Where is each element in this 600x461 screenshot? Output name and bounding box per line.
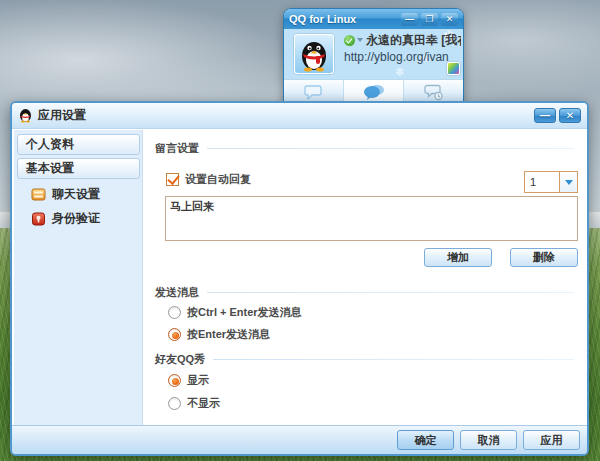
sidebar-item-identity-verify[interactable]: 身份验证: [17, 206, 140, 230]
dialog-titlebar[interactable]: 应用设置 — ✕: [12, 103, 587, 129]
chevron-down-icon: [565, 180, 573, 185]
section-divider: [207, 148, 574, 149]
double-chat-bubble-icon: [363, 84, 385, 101]
section-divider: [207, 292, 574, 293]
combobox-dropdown-button[interactable]: [559, 172, 577, 192]
chat-bubble-icon: [304, 84, 324, 100]
radio-ctrl-enter[interactable]: 按Ctrl + Enter发送消息: [168, 305, 302, 320]
snowflake-icon: ❄: [395, 65, 405, 79]
minimize-icon[interactable]: —: [401, 13, 418, 26]
radio-button[interactable]: [168, 374, 181, 387]
section-header-qqshow: 好友QQ秀: [155, 352, 574, 367]
section-divider: [213, 359, 574, 360]
auto-reply-checkbox-row[interactable]: 设置自动回复: [166, 172, 251, 187]
chat-settings-icon: [31, 187, 46, 202]
radio-button[interactable]: [168, 328, 181, 341]
avatar[interactable]: [293, 33, 335, 75]
dialog-minimize-icon[interactable]: —: [534, 108, 556, 123]
qq-penguin-avatar: [295, 35, 333, 73]
reply-count-combobox[interactable]: 1: [524, 171, 578, 193]
auto-reply-checkbox[interactable]: [166, 173, 179, 186]
section-header-send: 发送消息: [155, 285, 574, 300]
radio-label: 按Ctrl + Enter发送消息: [187, 305, 302, 320]
status-dropdown-icon[interactable]: [357, 38, 363, 42]
dialog-footer: 确定 取消 应用: [12, 425, 587, 454]
qq-window-body: ❄ ❄ ❄: [284, 29, 463, 81]
sidebar-item-personal-info[interactable]: 个人资料: [17, 134, 140, 155]
delete-button[interactable]: 删除: [510, 248, 578, 267]
qq-user-info: 永遠的真田幸 [我在 http://yblog.org/ivan: [344, 32, 461, 64]
section-title: 好友QQ秀: [155, 352, 205, 367]
sidebar-item-basic-settings[interactable]: 基本设置: [17, 158, 140, 179]
radio-label: 显示: [187, 373, 209, 388]
signature-url[interactable]: http://yblog.org/ivan: [344, 50, 461, 64]
settings-main-panel: 留言设置 设置自动回复 1 马上回来 增加 删除 发送消息: [144, 130, 584, 425]
close-icon[interactable]: ✕: [441, 13, 458, 26]
sidebar-item-label: 聊天设置: [52, 186, 100, 203]
apply-button[interactable]: 应用: [523, 430, 580, 450]
identity-lock-icon: [31, 211, 46, 226]
recent-contacts-icon: [424, 84, 444, 101]
sidebar-item-label: 身份验证: [52, 210, 100, 227]
qq-titlebar[interactable]: QQ for Linux — ❐ ✕: [284, 9, 463, 29]
qq-penguin-icon: [18, 108, 33, 123]
radio-enter[interactable]: 按Enter发送消息: [168, 327, 270, 342]
radio-label: 不显示: [187, 396, 220, 411]
cancel-button[interactable]: 取消: [460, 430, 517, 450]
settings-dialog: 应用设置 — ✕ 个人资料 基本设置 聊天设置: [10, 101, 589, 456]
radio-button[interactable]: [168, 397, 181, 410]
add-button[interactable]: 增加: [424, 248, 492, 267]
reply-count-value: 1: [525, 172, 559, 192]
user-nickname[interactable]: 永遠的真田幸 [我在: [366, 32, 461, 48]
radio-label: 按Enter发送消息: [187, 327, 270, 342]
radio-show-qqshow[interactable]: 显示: [168, 373, 209, 388]
auto-reply-label: 设置自动回复: [185, 172, 251, 187]
desktop-background: QQ for Linux — ❐ ✕ ❄ ❄ ❄: [0, 0, 600, 461]
section-title: 留言设置: [155, 141, 199, 156]
ok-button[interactable]: 确定: [397, 430, 454, 450]
qqshow-photo-icon[interactable]: [447, 62, 460, 75]
qq-window-title: QQ for Linux: [289, 13, 398, 25]
dialog-title: 应用设置: [38, 107, 531, 124]
radio-button[interactable]: [168, 306, 181, 319]
qq-main-window: QQ for Linux — ❐ ✕ ❄ ❄ ❄: [283, 8, 464, 105]
sidebar-item-chat-settings[interactable]: 聊天设置: [17, 182, 140, 206]
dialog-close-icon[interactable]: ✕: [559, 108, 581, 123]
auto-reply-text-input[interactable]: 马上回来: [165, 196, 578, 241]
online-status-icon[interactable]: [344, 35, 355, 46]
maximize-icon[interactable]: ❐: [421, 13, 438, 26]
radio-hide-qqshow[interactable]: 不显示: [168, 396, 220, 411]
section-title: 发送消息: [155, 285, 199, 300]
settings-sidebar: 个人资料 基本设置 聊天设置: [14, 130, 143, 425]
section-header-message: 留言设置: [155, 141, 574, 156]
